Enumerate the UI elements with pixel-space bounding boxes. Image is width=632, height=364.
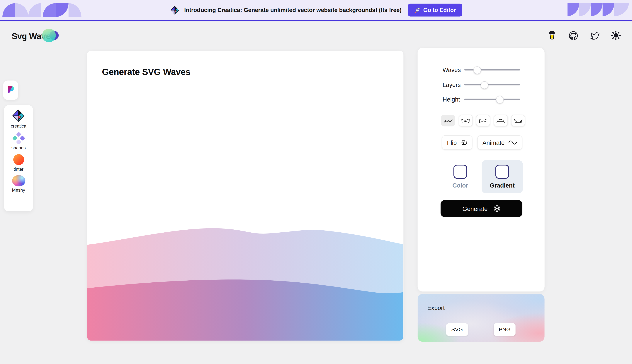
github-icon[interactable] bbox=[568, 31, 578, 40]
svgwave-editor-logo-icon bbox=[7, 85, 15, 95]
creatica-link[interactable]: Creatica bbox=[218, 7, 240, 13]
color-swatch[interactable] bbox=[454, 165, 467, 179]
gradient-mode-option-selected[interactable]: Gradient bbox=[482, 160, 523, 193]
flip-animate-row: Flip Animate bbox=[442, 135, 522, 150]
waves-slider-row: Waves bbox=[418, 66, 545, 74]
sidebar-item-creatica[interactable]: creatica bbox=[11, 109, 26, 128]
waves-slider-label: Waves bbox=[443, 66, 461, 73]
fill-mode-picker: Color Gradient bbox=[418, 160, 545, 194]
launcher-card[interactable] bbox=[3, 80, 18, 100]
wave-style-button-notch-up[interactable] bbox=[476, 115, 490, 126]
flip-vertical-icon bbox=[460, 139, 467, 146]
page-title: Generate SVG Waves bbox=[102, 67, 190, 77]
header-icon-bar bbox=[547, 31, 621, 40]
promo-banner: Introducing Creatica: Generate unlimited… bbox=[0, 0, 632, 22]
layers-slider-row: Layers bbox=[418, 81, 545, 89]
waves-slider-thumb[interactable] bbox=[473, 66, 481, 74]
height-slider-row: Height bbox=[418, 96, 545, 104]
buy-me-a-coffee-icon[interactable] bbox=[547, 31, 557, 40]
sidebar-item-tinter[interactable]: tinter bbox=[13, 154, 24, 172]
controls-panel: Waves Layers Height bbox=[418, 48, 545, 292]
height-slider-thumb[interactable] bbox=[496, 96, 504, 103]
sidebar-item-label: Meshy bbox=[12, 188, 25, 192]
height-slider[interactable] bbox=[464, 98, 520, 100]
sidebar-item-meshy[interactable]: Meshy bbox=[12, 175, 25, 192]
rocket-icon bbox=[414, 7, 420, 13]
layers-slider[interactable] bbox=[464, 84, 520, 86]
shapes-diamonds-icon bbox=[13, 132, 25, 144]
layers-slider-thumb[interactable] bbox=[481, 81, 488, 88]
animate-button[interactable]: Animate bbox=[477, 135, 522, 150]
export-png-button[interactable]: PNG bbox=[494, 323, 516, 336]
tools-sidebar: creatica shapes bbox=[4, 105, 33, 211]
gradient-swatch[interactable] bbox=[495, 165, 509, 179]
banner-message: Introducing Creatica: Generate unlimited… bbox=[184, 7, 401, 13]
tinter-gradient-circle-icon bbox=[13, 154, 24, 166]
color-mode-option[interactable]: Color bbox=[447, 165, 473, 189]
color-mode-label: Color bbox=[452, 182, 468, 189]
bullseye-icon bbox=[493, 205, 500, 212]
gradient-mode-label: Gradient bbox=[490, 182, 515, 189]
export-card: Export SVG PNG bbox=[418, 294, 545, 342]
wave-style-picker bbox=[441, 115, 525, 126]
sidebar-item-label: tinter bbox=[14, 167, 24, 172]
wave-style-arc-flat-icon bbox=[496, 118, 505, 124]
layers-slider-label: Layers bbox=[443, 82, 461, 88]
wave-style-button-boat[interactable] bbox=[511, 115, 525, 126]
sidebar-item-label: shapes bbox=[12, 145, 26, 150]
height-slider-label: Height bbox=[443, 96, 460, 103]
sidebar-item-label: creatica bbox=[11, 124, 26, 128]
generate-button[interactable]: Generate bbox=[441, 200, 522, 217]
creatica-gem-icon bbox=[170, 5, 180, 14]
sine-wave-icon bbox=[508, 140, 517, 145]
wave-style-notch-up-icon bbox=[478, 118, 488, 124]
export-svg-button[interactable]: SVG bbox=[446, 323, 468, 336]
generated-wave-graphic bbox=[87, 224, 403, 341]
meshy-gradient-blob-icon bbox=[12, 175, 25, 186]
theme-toggle-sun-icon[interactable] bbox=[611, 31, 621, 40]
twitter-icon[interactable] bbox=[590, 31, 599, 40]
creatica-gem-icon bbox=[11, 109, 26, 122]
export-title: Export bbox=[427, 304, 445, 311]
wave-style-squiggle-icon bbox=[443, 118, 453, 124]
sidebar-item-shapes[interactable]: shapes bbox=[12, 132, 26, 150]
waves-slider[interactable] bbox=[464, 69, 520, 70]
wave-preview-canvas: Generate SVG Waves bbox=[87, 51, 403, 340]
wave-style-button-notch-down[interactable] bbox=[459, 115, 473, 126]
wave-style-button-squiggle[interactable] bbox=[441, 115, 455, 126]
svg-wave-app: Introducing Creatica: Generate unlimited… bbox=[0, 0, 632, 364]
app-logo bbox=[42, 28, 63, 43]
wave-style-boat-icon bbox=[513, 118, 523, 124]
wave-style-button-arc-flat[interactable] bbox=[494, 115, 508, 126]
flip-button[interactable]: Flip bbox=[442, 135, 473, 150]
wave-style-notch-down-icon bbox=[461, 118, 470, 124]
go-to-editor-button[interactable]: Go to Editor bbox=[408, 4, 462, 16]
